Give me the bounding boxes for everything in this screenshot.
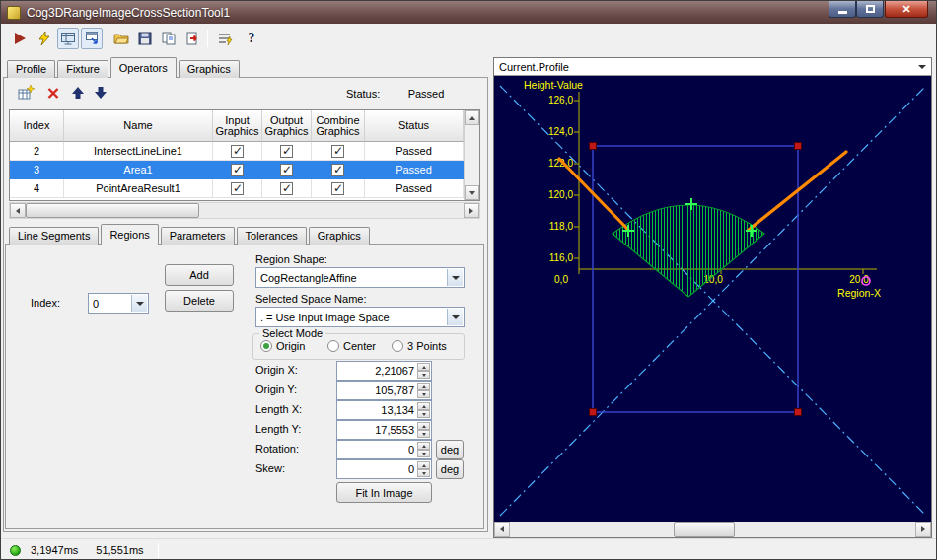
origin-y-input[interactable]: 105,787 bbox=[336, 381, 432, 400]
scroll-right-button[interactable] bbox=[915, 522, 931, 537]
mode-origin-radio[interactable]: Origin bbox=[260, 340, 305, 352]
table-row[interactable]: 3 Area1 Passed bbox=[10, 161, 479, 179]
dropdown-arrow[interactable] bbox=[447, 269, 463, 286]
spinner-up[interactable] bbox=[417, 442, 430, 450]
close-button[interactable] bbox=[885, 1, 928, 18]
maximize-button[interactable] bbox=[856, 1, 884, 18]
spinner-down[interactable] bbox=[417, 390, 430, 398]
result-display-toggle[interactable] bbox=[57, 28, 79, 49]
rotation-input[interactable]: 0 bbox=[336, 440, 432, 459]
table-row[interactable]: 2 IntersectLineLine1 Passed bbox=[10, 142, 479, 161]
chart-horizontal-scrollbar[interactable] bbox=[494, 522, 931, 537]
scroll-up-button[interactable] bbox=[465, 110, 479, 125]
scroll-left-button[interactable] bbox=[494, 522, 510, 537]
length-x-input[interactable]: 13,134 bbox=[336, 400, 432, 420]
profile-selector[interactable]: Current.Profile bbox=[494, 58, 931, 76]
scroll-left-button[interactable] bbox=[10, 203, 26, 218]
spinner-up[interactable] bbox=[417, 383, 430, 390]
float-display-toggle[interactable] bbox=[81, 28, 103, 49]
spinner-up[interactable] bbox=[417, 422, 430, 430]
scrollbar-thumb[interactable] bbox=[674, 522, 735, 537]
spinner[interactable] bbox=[417, 402, 430, 418]
skew-unit-button[interactable]: deg bbox=[436, 459, 464, 479]
column-header-index[interactable]: Index bbox=[10, 110, 64, 142]
spinner-down[interactable] bbox=[417, 469, 430, 477]
combine-graphics-checkbox[interactable] bbox=[331, 182, 344, 195]
open-button[interactable] bbox=[110, 28, 132, 49]
mode-3points-radio[interactable]: 3 Points bbox=[392, 340, 447, 352]
combine-graphics-checkbox[interactable] bbox=[331, 145, 344, 158]
input-graphics-checkbox[interactable] bbox=[231, 145, 244, 158]
length-y-input[interactable]: 17,5553 bbox=[336, 420, 432, 440]
combine-graphics-checkbox[interactable] bbox=[331, 164, 344, 176]
fit-in-image-button[interactable]: Fit In Image bbox=[336, 482, 432, 503]
input-graphics-checkbox[interactable] bbox=[231, 164, 244, 176]
scroll-down-button[interactable] bbox=[465, 185, 479, 200]
spinner-up[interactable] bbox=[417, 461, 430, 469]
mode-center-radio[interactable]: Center bbox=[327, 340, 376, 352]
space-name-dropdown[interactable]: . = Use Input Image Space bbox=[255, 307, 465, 327]
tab-graphics[interactable]: Graphics bbox=[179, 60, 240, 78]
spinner[interactable] bbox=[417, 363, 430, 379]
skew-input[interactable]: 0 bbox=[336, 459, 432, 479]
index-dropdown[interactable]: 0 bbox=[88, 293, 149, 314]
dropdown-arrow[interactable] bbox=[131, 295, 147, 312]
input-graphics-checkbox[interactable] bbox=[231, 182, 244, 195]
move-down-button[interactable] bbox=[90, 82, 111, 104]
tab-graphics-sub[interactable]: Graphics bbox=[309, 227, 370, 245]
spinner[interactable] bbox=[417, 442, 430, 457]
column-header-name[interactable]: Name bbox=[64, 110, 213, 142]
table-row[interactable]: 4 PointAreaResult1 Passed bbox=[10, 179, 479, 198]
tab-fixture[interactable]: Fixture bbox=[57, 60, 108, 78]
spinner-up[interactable] bbox=[417, 402, 430, 410]
add-region-button[interactable]: Add bbox=[165, 264, 234, 286]
table-vertical-scrollbar[interactable] bbox=[464, 110, 479, 200]
delete-region-button[interactable]: Delete bbox=[165, 290, 234, 312]
run-button[interactable] bbox=[9, 28, 31, 49]
tab-operators[interactable]: Operators bbox=[110, 57, 177, 78]
rotation-unit-button[interactable]: deg bbox=[436, 440, 464, 459]
spinner-down[interactable] bbox=[417, 410, 430, 418]
spinner-down[interactable] bbox=[417, 371, 430, 379]
scroll-right-button[interactable] bbox=[464, 203, 479, 218]
delete-operator-button[interactable] bbox=[42, 82, 64, 104]
column-header-combine[interactable]: Combine Graphics bbox=[312, 110, 365, 142]
column-header-output[interactable]: Output Graphics bbox=[262, 110, 312, 142]
save-button[interactable] bbox=[134, 28, 156, 49]
output-graphics-checkbox[interactable] bbox=[280, 164, 293, 176]
profile-chart[interactable]: Height-Value 126,0 124,0 122,0 120,0 118… bbox=[494, 76, 931, 522]
region-shape-dropdown[interactable]: CogRectangleAffine bbox=[255, 267, 465, 288]
run-continuous-button[interactable] bbox=[34, 28, 55, 49]
display-panel: Current.Profile bbox=[493, 57, 932, 538]
tab-tolerances[interactable]: Tolerances bbox=[237, 227, 307, 245]
column-header-input[interactable]: Input Graphics bbox=[213, 110, 262, 142]
spinner-down[interactable] bbox=[417, 430, 430, 438]
dropdown-arrow[interactable] bbox=[447, 309, 463, 325]
tab-regions[interactable]: Regions bbox=[101, 224, 158, 245]
minimize-icon bbox=[838, 11, 847, 14]
column-header-status[interactable]: Status bbox=[365, 110, 464, 142]
scrollbar-thumb[interactable] bbox=[26, 203, 199, 218]
output-graphics-checkbox[interactable] bbox=[280, 145, 293, 158]
tab-parameters[interactable]: Parameters bbox=[161, 227, 235, 245]
spinner[interactable] bbox=[417, 383, 430, 398]
add-operator-button[interactable] bbox=[15, 82, 36, 104]
tab-profile[interactable]: Profile bbox=[7, 60, 55, 78]
move-up-button[interactable] bbox=[67, 82, 89, 104]
title-bar[interactable]: Cog3DRangeImageCrossSectionTool1 bbox=[1, 1, 936, 24]
spinner-up[interactable] bbox=[417, 363, 430, 371]
import-button[interactable] bbox=[181, 28, 203, 49]
spinner[interactable] bbox=[417, 461, 430, 477]
help-button[interactable]: ? bbox=[241, 28, 262, 49]
table-horizontal-scrollbar[interactable] bbox=[9, 202, 480, 219]
spinner[interactable] bbox=[417, 422, 430, 438]
edit-events-button[interactable] bbox=[214, 28, 236, 49]
output-graphics-checkbox[interactable] bbox=[280, 182, 293, 195]
origin-x-input[interactable]: 2,21067 bbox=[336, 361, 432, 381]
minimize-button[interactable] bbox=[829, 1, 856, 18]
operators-table[interactable]: Index Name Input Graphics Output Graphic… bbox=[9, 109, 480, 201]
copy-results-button[interactable] bbox=[158, 28, 180, 49]
spinner-down[interactable] bbox=[417, 450, 430, 457]
tab-line-segments[interactable]: Line Segments bbox=[9, 227, 99, 245]
tab-label: Tolerances bbox=[246, 230, 298, 242]
